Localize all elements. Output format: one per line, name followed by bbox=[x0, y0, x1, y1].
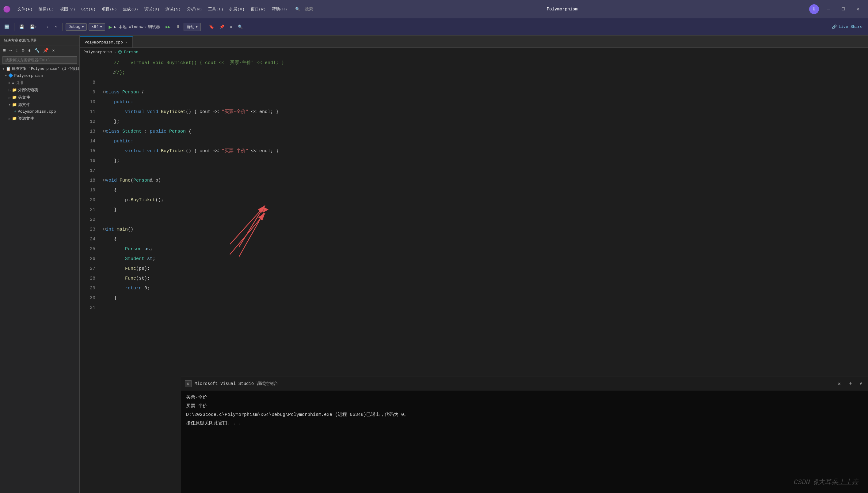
vs-logo-icon: 🟣 bbox=[3, 5, 11, 13]
breadcrumb-class[interactable]: Person bbox=[124, 50, 138, 55]
extern-icon: 📁 bbox=[12, 88, 17, 92]
save-button[interactable]: 💾 bbox=[18, 24, 26, 30]
resource-arrow: ▷ bbox=[8, 117, 11, 121]
project-label: Polymorphism bbox=[15, 73, 43, 78]
sidebar: 解决方案资源管理器 ⊞ ↔ ↕ ⚙ ✱ 🔧 📌 ✕ ▼ 📋 解决方案 'Poly… bbox=[0, 36, 80, 493]
console-title: Microsoft Visual Studio 调试控制台 bbox=[195, 381, 832, 386]
console-close-button[interactable]: ✕ bbox=[835, 380, 844, 387]
user-avatar[interactable]: U bbox=[809, 4, 819, 14]
menu-edit[interactable]: 编辑(E) bbox=[36, 5, 56, 13]
minimize-button[interactable]: — bbox=[822, 4, 835, 14]
console-chevron-button[interactable]: ∨ bbox=[858, 381, 864, 386]
menu-window[interactable]: 窗口(W) bbox=[248, 5, 268, 13]
header-arrow: ▷ bbox=[8, 95, 11, 100]
code-line-15: public: bbox=[103, 136, 859, 146]
save-all-button[interactable]: 💾+ bbox=[28, 24, 39, 30]
platform-dropdown[interactable]: x64 ▾ bbox=[88, 23, 105, 30]
title-bar: 🟣 文件(F) 编辑(E) 视图(V) Git(G) 项目(P) 生成(B) 调… bbox=[0, 0, 868, 18]
sidebar-icon-5[interactable]: ✱ bbox=[27, 47, 32, 53]
live-share-icon: 🔗 bbox=[832, 24, 837, 29]
sidebar-header: 解决方案资源管理器 bbox=[0, 36, 79, 46]
solution-item[interactable]: ▼ 📋 解决方案 'Polymorphism' (1 个项目, bbox=[0, 65, 79, 72]
solution-arrow: ▼ bbox=[2, 67, 5, 71]
sidebar-pin-icon[interactable]: 📌 bbox=[42, 47, 49, 53]
menu-test[interactable]: 测试(S) bbox=[163, 5, 183, 13]
code-line-19: ⊟void Func(Person& p) bbox=[103, 176, 859, 186]
tab-bar: Polymorphism.cpp ✕ bbox=[80, 36, 868, 48]
console-add-button[interactable]: + bbox=[847, 381, 855, 387]
code-line-28: Func(ps); bbox=[103, 264, 859, 274]
sidebar-search-input[interactable] bbox=[2, 56, 77, 64]
source-files-label: 源文件 bbox=[18, 102, 30, 107]
references-item[interactable]: ▷ ⊡ 引用 bbox=[0, 79, 79, 86]
ref-icon: ⊡ bbox=[12, 81, 14, 85]
source-files-item[interactable]: ▼ 📁 源文件 bbox=[0, 101, 79, 108]
live-share-button[interactable]: 🔗 Live Share bbox=[829, 23, 866, 30]
code-line-18 bbox=[103, 166, 859, 176]
project-arrow: ▼ bbox=[5, 74, 7, 78]
debug-tools-4[interactable]: 🔍 bbox=[236, 24, 245, 30]
menu-build[interactable]: 生成(B) bbox=[120, 5, 140, 13]
debug-tools-2[interactable]: 📌 bbox=[218, 24, 226, 30]
toolbar: 🆕 💾 💾+ ↩ ↪ Debug ▾ x64 ▾ ▶ ▶ 本地 Windows … bbox=[0, 18, 868, 36]
project-item[interactable]: ▼ 🔷 Polymorphism bbox=[0, 72, 79, 79]
active-tab[interactable]: Polymorphism.cpp ✕ bbox=[80, 37, 133, 47]
cpp-file-item[interactable]: + Polymorphism.cpp bbox=[0, 108, 79, 115]
resource-icon: 📁 bbox=[12, 116, 17, 121]
auto-label: 自动 bbox=[186, 24, 194, 30]
debug-config-dropdown[interactable]: Debug ▾ bbox=[66, 23, 87, 30]
auto-dropdown[interactable]: 自动 ▾ bbox=[184, 23, 201, 31]
resource-files-item[interactable]: ▷ 📁 资源文件 bbox=[0, 115, 79, 122]
code-line-26: Person ps; bbox=[103, 244, 859, 254]
project-icon: 🔷 bbox=[8, 73, 13, 78]
menu-debug[interactable]: 调试(D) bbox=[142, 5, 162, 13]
undo-button[interactable]: ↩ bbox=[45, 24, 52, 30]
pause-button[interactable]: ⏸ bbox=[174, 24, 182, 30]
sidebar-icon-3[interactable]: ↕ bbox=[15, 47, 19, 53]
resource-files-label: 资源文件 bbox=[18, 116, 34, 121]
menu-file[interactable]: 文件(F) bbox=[15, 5, 35, 13]
menu-project[interactable]: 项目(P) bbox=[99, 5, 119, 13]
breadcrumb-icon: ⦿ bbox=[118, 50, 122, 55]
maximize-button[interactable]: □ bbox=[836, 4, 850, 14]
code-line-17: }; bbox=[103, 156, 859, 166]
console-press-key: 按任意键关闭此窗口. . . bbox=[186, 419, 863, 428]
extern-deps-item[interactable]: ▷ 📁 外部依赖项 bbox=[0, 86, 79, 94]
console-icon: ⊡ bbox=[185, 380, 191, 387]
menu-git[interactable]: Git(G) bbox=[79, 6, 98, 13]
search-label[interactable]: 搜索 bbox=[303, 5, 316, 13]
sidebar-icon-1[interactable]: ⊞ bbox=[2, 47, 7, 53]
menu-help[interactable]: 帮助(H) bbox=[269, 5, 289, 13]
play-button[interactable]: ▶ ▶ 本地 Windows 调试器 bbox=[107, 24, 162, 30]
ref-arrow: ▷ bbox=[8, 81, 11, 85]
play-icon: ▶ bbox=[109, 24, 112, 30]
menu-analyze[interactable]: 分析(N) bbox=[184, 5, 204, 13]
code-editor[interactable]: 7 8 9 10 11 12 13 14 15 16 17 18 19 20 2… bbox=[80, 57, 868, 493]
debug-tools-3[interactable]: ⚙️ bbox=[228, 24, 234, 30]
console-output-1: 买票-全价 bbox=[186, 393, 863, 402]
sidebar-toolbar: ⊞ ↔ ↕ ⚙ ✱ 🔧 📌 ✕ bbox=[0, 46, 79, 55]
header-files-label: 头文件 bbox=[18, 94, 30, 100]
new-file-button[interactable]: 🆕 bbox=[2, 24, 11, 30]
breadcrumb-root[interactable]: Polymorphism bbox=[83, 50, 112, 55]
tab-close-icon[interactable]: ✕ bbox=[125, 40, 127, 45]
header-files-item[interactable]: ▷ 📁 头文件 bbox=[0, 94, 79, 101]
close-button[interactable]: ✕ bbox=[851, 4, 865, 14]
dropdown-arrow-icon: ▾ bbox=[82, 24, 84, 29]
debug-config-label: Debug bbox=[68, 24, 80, 29]
menu-view[interactable]: 视图(V) bbox=[58, 5, 78, 13]
console-header: ⊡ Microsoft Visual Studio 调试控制台 ✕ + ∨ bbox=[181, 377, 868, 390]
sidebar-icon-6[interactable]: 🔧 bbox=[33, 47, 41, 53]
menu-extensions[interactable]: 扩展(X) bbox=[227, 5, 247, 13]
redo-button[interactable]: ↪ bbox=[53, 24, 59, 30]
restart-button[interactable]: ▶▶ bbox=[164, 24, 172, 30]
sidebar-icon-4[interactable]: ⚙ bbox=[21, 47, 25, 53]
code-line-8: //}; bbox=[103, 68, 859, 78]
sidebar-close-icon[interactable]: ✕ bbox=[51, 47, 56, 53]
header-icon: 📁 bbox=[12, 95, 17, 100]
menu-tools[interactable]: 工具(T) bbox=[206, 5, 226, 13]
sidebar-icon-2[interactable]: ↔ bbox=[8, 47, 13, 53]
auto-arrow-icon: ▾ bbox=[196, 24, 198, 29]
code-line-9 bbox=[103, 78, 859, 88]
debug-tools-1[interactable]: 🔖 bbox=[207, 24, 216, 30]
